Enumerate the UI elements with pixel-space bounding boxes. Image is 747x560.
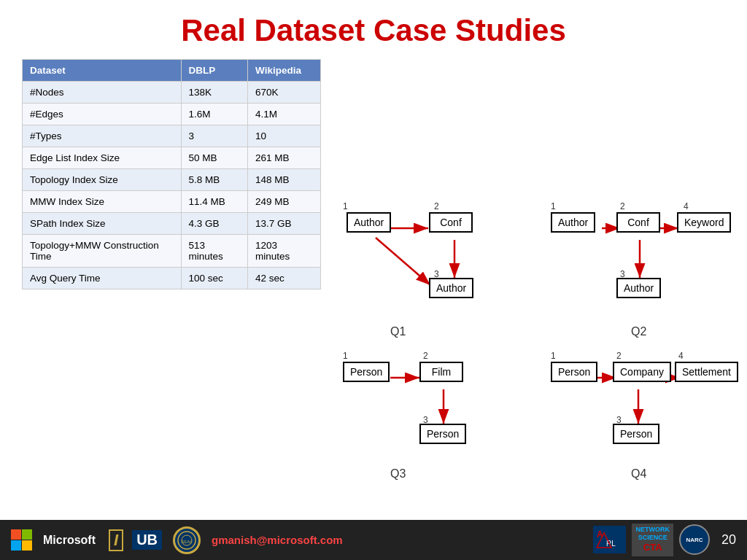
q1-num-2: 2: [434, 201, 439, 211]
ms-yellow-square: [22, 540, 32, 551]
table-cell-5-1: 11.4 MB: [181, 191, 247, 213]
seal-logo: SEAL: [173, 526, 201, 554]
q1-node-conf: Conf: [429, 212, 473, 233]
q3-node-film: Film: [419, 362, 463, 382]
microsoft-logo: [11, 529, 32, 551]
q4-num-4: 4: [678, 351, 684, 361]
table-row: Topology+MMW Construction Time513 minute…: [23, 235, 321, 268]
table-cell-4-2: 148 MB: [248, 169, 321, 191]
table-cell-6-0: SPath Index Size: [23, 213, 182, 235]
table-cell-4-0: Topology Index Size: [23, 169, 182, 191]
arl-logo: A RL: [593, 526, 626, 553]
table-cell-1-2: 4.1M: [248, 104, 321, 125]
q2-num-1: 1: [551, 201, 556, 211]
table-cell-0-0: #Nodes: [23, 82, 182, 104]
dataset-table: Dataset DBLP Wikipedia #Nodes138K670K#Ed…: [22, 59, 321, 289]
q1-arrow-author-author: [376, 238, 430, 285]
table-cell-8-0: Avg Query Time: [23, 268, 182, 289]
q1-node-author1: Author: [347, 212, 391, 233]
table-cell-2-2: 10: [248, 125, 321, 147]
table-cell-6-2: 13.7 GB: [248, 213, 321, 235]
table-cell-5-2: 249 MB: [248, 191, 321, 213]
col-header-dataset: Dataset: [23, 60, 182, 82]
q2-num-4: 4: [684, 201, 689, 211]
table-cell-7-2: 1203 minutes: [248, 235, 321, 268]
table-cell-1-1: 1.6M: [181, 104, 247, 125]
col-header-dblp: DBLP: [181, 60, 247, 82]
q4-node-person1: Person: [551, 362, 597, 382]
svg-text:SEAL: SEAL: [181, 540, 193, 544]
q1-label: Q1: [390, 325, 406, 338]
q2-node-author2: Author: [616, 278, 661, 298]
page-number: 20: [721, 532, 736, 548]
ms-red-square: [11, 529, 21, 540]
q4-node-settlement: Settlement: [675, 362, 738, 382]
q2-node-author1: Author: [551, 212, 595, 233]
q1-node-author2: Author: [429, 278, 473, 298]
q4-label: Q4: [631, 467, 646, 481]
table-cell-0-1: 138K: [181, 82, 247, 104]
table-section: Dataset DBLP Wikipedia #Nodes138K670K#Ed…: [22, 59, 321, 453]
table-cell-4-1: 5.8 MB: [181, 169, 247, 191]
table-row: Avg Query Time100 sec42 sec: [23, 268, 321, 289]
table-row: Edge List Index Size50 MB261 MB: [23, 147, 321, 169]
footer-logos-right: A RL NETWORK SCIENCE CTA NARC 20: [593, 524, 736, 556]
table-cell-3-0: Edge List Index Size: [23, 147, 182, 169]
ms-blue-square: [11, 540, 21, 551]
table-cell-7-1: 513 minutes: [181, 235, 247, 268]
q2-label: Q2: [631, 325, 646, 338]
q4-num-2: 2: [616, 351, 622, 361]
ms-green-square: [22, 529, 32, 540]
q2-num-2: 2: [620, 201, 625, 211]
q1-num-1: 1: [343, 201, 348, 211]
table-cell-5-0: MMW Index Size: [23, 191, 182, 213]
table-cell-8-2: 42 sec: [248, 268, 321, 289]
q2-node-keyword: Keyword: [677, 212, 731, 233]
table-row: MMW Index Size11.4 MB249 MB: [23, 191, 321, 213]
table-cell-7-0: Topology+MMW Construction Time: [23, 235, 182, 268]
q3-num-1: 1: [343, 351, 348, 361]
indiana-logo: I: [109, 529, 123, 551]
q4-num-1: 1: [551, 351, 556, 361]
footer: Microsoft I UB SEAL gmanish@microsoft.co…: [0, 520, 747, 560]
diagrams-section: 1 Author 2 Conf 3 Author Q1 1 Author 2 C…: [336, 59, 725, 453]
main-content: Dataset DBLP Wikipedia #Nodes138K670K#Ed…: [0, 59, 747, 453]
table-cell-2-0: #Types: [23, 125, 182, 147]
table-cell-1-0: #Edges: [23, 104, 182, 125]
table-row: #Types310: [23, 125, 321, 147]
q4-node-person2: Person: [613, 424, 659, 444]
col-header-wikipedia: Wikipedia: [248, 60, 321, 82]
q2-node-conf: Conf: [616, 212, 660, 233]
narc-logo: NARC: [679, 524, 710, 555]
seal-svg: SEAL: [177, 530, 197, 551]
ub-logo: UB: [132, 530, 162, 550]
q4-node-company: Company: [613, 362, 671, 382]
q3-num-2: 2: [423, 351, 428, 361]
q3-label: Q3: [390, 467, 406, 481]
q3-node-person2: Person: [419, 424, 466, 444]
table-row: #Edges1.6M4.1M: [23, 104, 321, 125]
table-row: SPath Index Size4.3 GB13.7 GB: [23, 213, 321, 235]
table-row: Topology Index Size5.8 MB148 MB: [23, 169, 321, 191]
table-cell-3-2: 261 MB: [248, 147, 321, 169]
svg-text:A: A: [597, 529, 603, 540]
table-cell-0-2: 670K: [248, 82, 321, 104]
table-cell-8-1: 100 sec: [181, 268, 247, 289]
table-cell-2-1: 3: [181, 125, 247, 147]
table-row: #Nodes138K670K: [23, 82, 321, 104]
network-science-logo: NETWORK SCIENCE CTA: [632, 524, 673, 556]
table-cell-6-1: 4.3 GB: [181, 213, 247, 235]
microsoft-text: Microsoft: [43, 534, 96, 547]
footer-email: gmanish@microsoft.com: [212, 534, 343, 546]
table-cell-3-1: 50 MB: [181, 147, 247, 169]
page-title: Real Dataset Case Studies: [0, 0, 747, 55]
q3-node-person1: Person: [343, 362, 390, 382]
diagram-arrows: [336, 59, 725, 453]
arl-svg: A RL: [593, 526, 626, 553]
